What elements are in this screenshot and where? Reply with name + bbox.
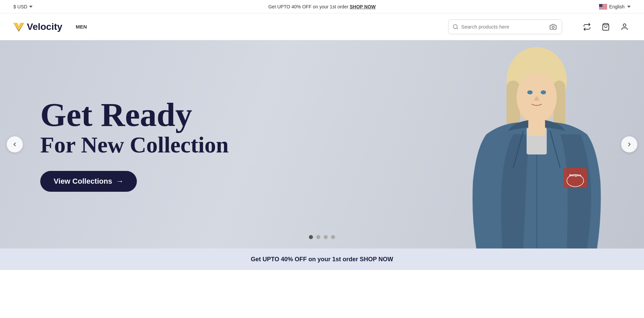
slider-dots xyxy=(309,235,335,239)
slider-prev-button[interactable] xyxy=(7,136,23,152)
svg-rect-31 xyxy=(528,119,545,136)
bottom-promo-bar: Get UPTO 40% OFF on your 1st order SHOP … xyxy=(0,248,644,270)
slider-dot-4[interactable] xyxy=(331,235,335,239)
svg-point-16 xyxy=(623,24,626,27)
svg-rect-7 xyxy=(599,4,602,7)
svg-rect-6 xyxy=(599,8,607,9)
header: Velocity MEN xyxy=(0,13,644,40)
language-selector[interactable]: English xyxy=(599,4,631,9)
promo-text: Get UPTO 40% OFF on your 1st order SHOP … xyxy=(268,4,376,9)
svg-rect-26 xyxy=(564,168,587,188)
svg-point-22 xyxy=(527,90,533,94)
cart-button[interactable] xyxy=(600,21,612,33)
logo-link[interactable]: Velocity xyxy=(13,21,62,32)
nav-item-men[interactable]: MEN xyxy=(76,24,87,30)
shop-now-link[interactable]: SHOP NOW xyxy=(350,4,376,9)
hero-content: Get Ready For New Collection View Collec… xyxy=(40,97,229,192)
language-label: English xyxy=(609,4,625,9)
chevron-right-icon xyxy=(626,141,633,148)
logo-icon xyxy=(13,21,24,32)
svg-point-14 xyxy=(552,26,554,28)
search-icon xyxy=(452,24,459,30)
chevron-left-icon xyxy=(11,141,18,148)
account-button[interactable] xyxy=(619,21,631,33)
hero-slider: Get Ready For New Collection View Collec… xyxy=(0,40,644,248)
exchange-button[interactable] xyxy=(581,21,593,33)
language-dropdown-icon xyxy=(627,6,631,8)
hero-title-line1: Get Ready xyxy=(40,97,229,132)
slider-next-button[interactable] xyxy=(621,136,637,152)
hero-image-area: Rangers xyxy=(290,40,644,248)
hero-slide-1: Get Ready For New Collection View Collec… xyxy=(0,40,644,248)
currency-selector[interactable]: $ USD xyxy=(13,4,33,9)
currency-symbol: $ xyxy=(13,4,16,9)
logo-text: Velocity xyxy=(27,21,62,32)
camera-icon xyxy=(550,24,556,30)
us-flag-icon xyxy=(599,4,607,9)
svg-point-12 xyxy=(453,25,457,29)
search-bar xyxy=(448,19,562,34)
svg-rect-5 xyxy=(599,8,607,8)
svg-point-23 xyxy=(541,90,546,94)
bottom-promo-text: Get UPTO 40% OFF on your 1st order SHOP … xyxy=(251,256,393,263)
cart-icon xyxy=(602,23,610,31)
view-collections-button[interactable]: View Collections → xyxy=(40,171,137,192)
header-actions xyxy=(581,21,631,33)
hero-title-line2: For New Collection xyxy=(40,132,229,157)
nav-menu: MEN xyxy=(76,24,87,30)
slider-dot-3[interactable] xyxy=(324,235,328,239)
slider-dot-2[interactable] xyxy=(316,235,320,239)
user-icon xyxy=(621,23,629,31)
currency-code: USD xyxy=(17,4,28,9)
hero-model-illustration: Rangers xyxy=(409,40,644,248)
currency-dropdown-icon xyxy=(29,6,33,8)
svg-line-13 xyxy=(457,28,458,29)
svg-rect-4 xyxy=(599,7,607,7)
announcement-bar: $ USD Get UPTO 40% OFF on your 1st order… xyxy=(0,0,644,13)
camera-search-button[interactable] xyxy=(548,22,558,32)
search-input[interactable] xyxy=(461,24,546,30)
slider-dot-1[interactable] xyxy=(309,235,313,239)
exchange-icon xyxy=(583,23,591,31)
